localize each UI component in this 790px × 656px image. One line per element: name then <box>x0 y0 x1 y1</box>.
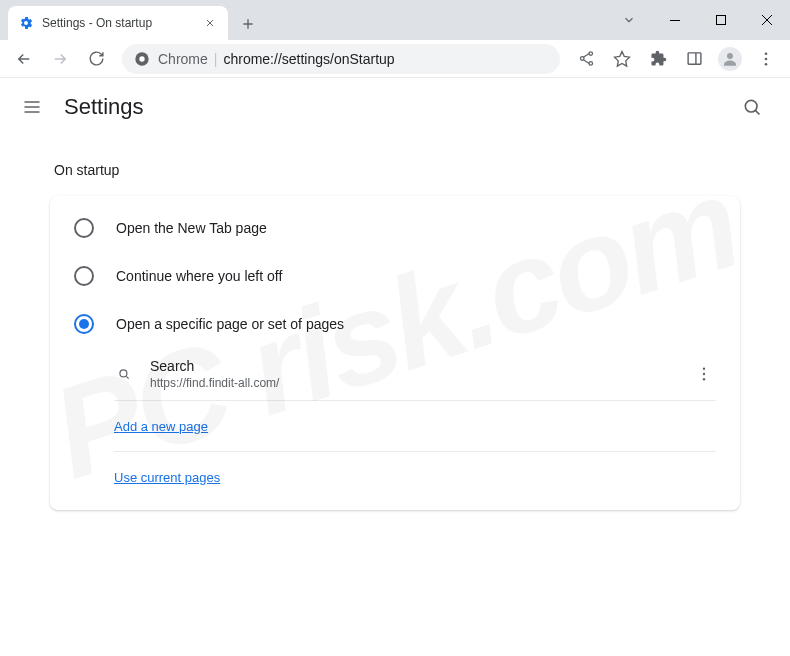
svg-point-10 <box>765 52 768 55</box>
window-titlebar: Settings - On startup <box>0 0 790 40</box>
startup-page-url: https://find.findit-all.com/ <box>150 376 676 390</box>
svg-rect-1 <box>717 16 726 25</box>
startup-pages-list: Search https://find.findit-all.com/ Add … <box>114 348 716 502</box>
window-controls <box>652 0 790 40</box>
tab-title: Settings - On startup <box>42 16 194 30</box>
add-page-row: Add a new page <box>114 401 716 452</box>
svg-point-14 <box>120 370 127 377</box>
add-page-link[interactable]: Add a new page <box>114 419 208 434</box>
browser-tab[interactable]: Settings - On startup <box>8 6 228 40</box>
svg-rect-0 <box>670 20 680 21</box>
extensions-icon[interactable] <box>642 43 674 75</box>
share-icon[interactable] <box>570 43 602 75</box>
browser-toolbar: Chrome | chrome://settings/onStartup <box>0 40 790 78</box>
radio-icon <box>74 218 94 238</box>
address-bar[interactable]: Chrome | chrome://settings/onStartup <box>122 44 560 74</box>
settings-header: Settings <box>0 78 790 136</box>
radio-option-specific-pages[interactable]: Open a specific page or set of pages <box>50 300 740 348</box>
svg-point-3 <box>139 56 144 61</box>
svg-point-5 <box>588 52 592 56</box>
svg-point-9 <box>727 53 733 59</box>
startup-page-name: Search <box>150 358 676 374</box>
more-icon[interactable] <box>692 362 716 386</box>
hamburger-icon[interactable] <box>20 95 44 119</box>
sidepanel-icon[interactable] <box>678 43 710 75</box>
gear-icon <box>18 15 34 31</box>
svg-rect-7 <box>688 53 701 64</box>
svg-point-4 <box>580 57 584 61</box>
svg-point-12 <box>765 62 768 65</box>
back-button[interactable] <box>8 43 40 75</box>
svg-point-6 <box>588 62 592 66</box>
use-current-link[interactable]: Use current pages <box>114 470 220 485</box>
menu-icon[interactable] <box>750 43 782 75</box>
section-label: On startup <box>54 162 740 178</box>
page-title: Settings <box>64 94 714 120</box>
settings-content: On startup Open the New Tab page Continu… <box>0 136 790 510</box>
close-icon[interactable] <box>202 15 218 31</box>
radio-label: Continue where you left off <box>116 268 282 284</box>
radio-label: Open a specific page or set of pages <box>116 316 344 332</box>
radio-option-new-tab[interactable]: Open the New Tab page <box>50 204 740 252</box>
search-icon[interactable] <box>734 89 770 125</box>
reload-button[interactable] <box>80 43 112 75</box>
svg-point-16 <box>703 373 705 375</box>
chrome-icon <box>134 51 150 67</box>
maximize-button[interactable] <box>698 0 744 40</box>
svg-point-17 <box>703 378 705 380</box>
startup-page-entry: Search https://find.findit-all.com/ <box>114 348 716 401</box>
svg-point-11 <box>765 57 768 60</box>
startup-card: Open the New Tab page Continue where you… <box>50 196 740 510</box>
minimize-button[interactable] <box>652 0 698 40</box>
radio-icon <box>74 266 94 286</box>
radio-label: Open the New Tab page <box>116 220 267 236</box>
search-icon <box>114 364 134 384</box>
url-text: Chrome | chrome://settings/onStartup <box>158 51 395 67</box>
new-tab-button[interactable] <box>234 8 262 40</box>
radio-option-continue[interactable]: Continue where you left off <box>50 252 740 300</box>
forward-button[interactable] <box>44 43 76 75</box>
close-window-button[interactable] <box>744 0 790 40</box>
svg-point-15 <box>703 368 705 370</box>
svg-point-13 <box>745 100 757 112</box>
bookmark-icon[interactable] <box>606 43 638 75</box>
profile-avatar[interactable] <box>714 43 746 75</box>
radio-icon-selected <box>74 314 94 334</box>
use-current-row: Use current pages <box>114 452 716 502</box>
chevron-down-icon[interactable] <box>606 0 652 40</box>
